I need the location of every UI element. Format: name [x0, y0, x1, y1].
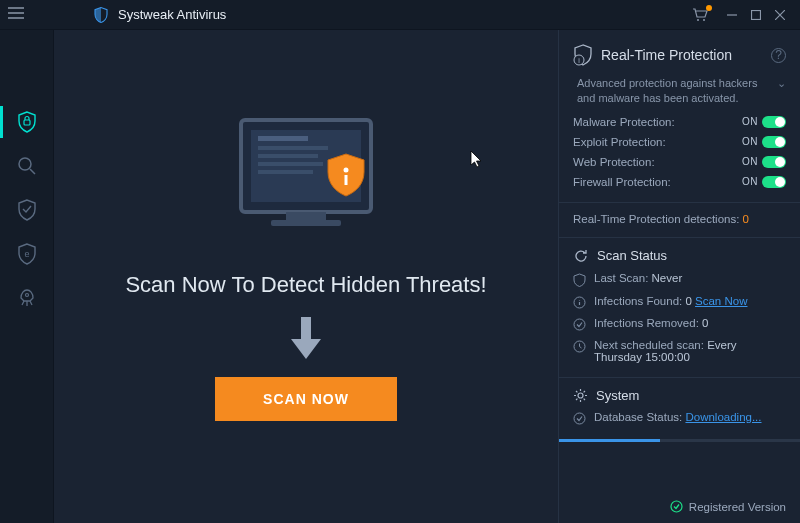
toggle-web: Web Protection: ON	[573, 156, 786, 168]
right-panel: i Real-Time Protection ? Advanced protec…	[558, 30, 800, 523]
sidebar: e	[0, 30, 54, 523]
arrow-down-icon	[289, 317, 323, 359]
sidebar-item-status[interactable]	[0, 100, 54, 144]
toggle-switch[interactable]	[762, 116, 786, 128]
check-circle-green-icon	[670, 500, 683, 513]
sidebar-item-scan[interactable]	[0, 144, 54, 188]
toggle-firewall: Firewall Protection: ON	[573, 176, 786, 188]
svg-point-1	[703, 19, 705, 21]
chevron-down-icon: ⌄	[777, 76, 786, 91]
rt-detections-count: 0	[743, 213, 749, 225]
help-button[interactable]: ?	[771, 48, 786, 63]
app-logo-icon	[92, 6, 110, 24]
toggle-exploit: Exploit Protection: ON	[573, 136, 786, 148]
refresh-icon	[573, 248, 589, 264]
app-title: Systweak Antivirus	[118, 7, 226, 22]
svg-rect-3	[24, 120, 30, 125]
close-button[interactable]	[768, 3, 792, 27]
minimize-button[interactable]	[720, 3, 744, 27]
sidebar-item-tools[interactable]	[0, 276, 54, 320]
monitor-illustration	[216, 112, 396, 252]
svg-point-4	[19, 158, 31, 170]
scan-now-link[interactable]: Scan Now	[695, 295, 747, 307]
svg-point-0	[697, 19, 699, 21]
svg-rect-9	[258, 136, 308, 141]
toggle-switch[interactable]	[762, 176, 786, 188]
sidebar-item-protection[interactable]	[0, 188, 54, 232]
clock-icon	[573, 340, 586, 353]
system-heading: System	[573, 388, 786, 403]
svg-point-16	[344, 167, 349, 172]
check-circle-icon	[573, 412, 586, 425]
svg-text:e: e	[24, 249, 29, 259]
rt-detections: Real-Time Protection detections: 0	[573, 213, 786, 225]
shield-small-icon	[573, 273, 586, 287]
rt-description-row[interactable]: Advanced protection against hackers and …	[573, 76, 786, 106]
db-status-row: Database Status: Downloading...	[573, 411, 786, 425]
cart-badge	[706, 5, 712, 11]
svg-rect-12	[258, 162, 323, 166]
scan-now-button[interactable]: SCAN NOW	[215, 377, 397, 421]
minimize-icon	[727, 10, 737, 20]
toggle-label: Malware Protection:	[573, 116, 742, 128]
shield-check-icon	[17, 199, 37, 221]
svg-point-23	[578, 393, 583, 398]
hamburger-menu[interactable]	[8, 7, 44, 22]
toggle-label: Web Protection:	[573, 156, 742, 168]
svg-rect-11	[258, 154, 318, 158]
toggle-malware: Malware Protection: ON	[573, 116, 786, 128]
svg-rect-13	[258, 170, 313, 174]
toggle-label: Exploit Protection:	[573, 136, 742, 148]
toggle-switch[interactable]	[762, 136, 786, 148]
rocket-icon	[17, 288, 37, 308]
rt-heading-text: Real-Time Protection	[601, 47, 732, 63]
check-circle-icon	[573, 318, 586, 331]
maximize-icon	[751, 10, 761, 20]
scan-status-heading: Scan Status	[573, 248, 786, 264]
svg-point-25	[671, 501, 682, 512]
close-icon	[775, 10, 785, 20]
sidebar-item-quarantine[interactable]: e	[0, 232, 54, 276]
search-icon	[17, 156, 37, 176]
rt-description: Advanced protection against hackers and …	[577, 76, 769, 106]
svg-rect-17	[345, 175, 348, 185]
toggle-switch[interactable]	[762, 156, 786, 168]
infections-removed-row: Infections Removed: 0	[573, 317, 786, 331]
hero-panel: Scan Now To Detect Hidden Threats! SCAN …	[54, 30, 558, 523]
db-status-value[interactable]: Downloading...	[685, 411, 761, 423]
next-scan-row: Next scheduled scan: Every Thursday 15:0…	[573, 339, 786, 363]
cart-button[interactable]	[688, 3, 712, 27]
svg-rect-2	[752, 10, 761, 19]
svg-rect-10	[258, 146, 328, 150]
svg-point-21	[574, 319, 585, 330]
registered-label: Registered Version	[689, 501, 786, 513]
hero-headline: Scan Now To Detect Hidden Threats!	[125, 270, 486, 300]
svg-rect-14	[286, 212, 326, 220]
infections-found-row: Infections Found: 0 Scan Now	[573, 295, 786, 309]
svg-point-6	[25, 294, 28, 297]
toggle-label: Firewall Protection:	[573, 176, 742, 188]
maximize-button[interactable]	[744, 3, 768, 27]
hamburger-icon	[8, 7, 24, 19]
svg-point-24	[574, 413, 585, 424]
download-progress	[559, 439, 800, 442]
info-icon	[573, 296, 586, 309]
rt-heading: i Real-Time Protection ?	[573, 44, 786, 66]
footer: Registered Version	[573, 492, 786, 523]
last-scan-row: Last Scan: Never	[573, 272, 786, 287]
titlebar: Systweak Antivirus	[0, 0, 800, 30]
shield-info-icon: i	[573, 44, 593, 66]
shield-e-icon: e	[17, 243, 37, 265]
gear-icon	[573, 388, 588, 403]
svg-rect-15	[271, 220, 341, 226]
shield-lock-icon	[17, 111, 37, 133]
